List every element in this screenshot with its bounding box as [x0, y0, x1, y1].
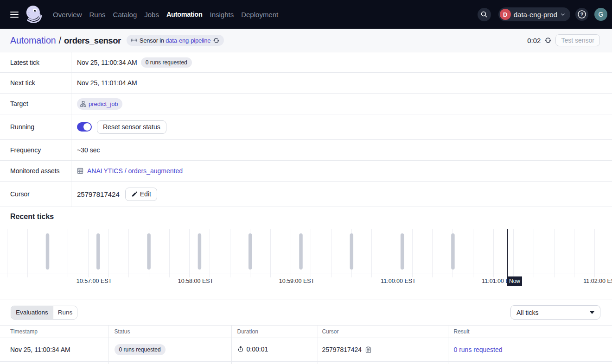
svg-text:Now: Now: [509, 278, 520, 284]
svg-text:10:58:00 EST: 10:58:00 EST: [178, 278, 214, 284]
svg-text:10:59:00 EST: 10:59:00 EST: [279, 278, 315, 284]
svg-text:11:02:00 EST: 11:02:00 EST: [583, 278, 612, 284]
svg-text:11:00:00 EST: 11:00:00 EST: [381, 278, 416, 284]
svg-text:10:57:00 EST: 10:57:00 EST: [76, 278, 112, 284]
svg-text:?: ?: [580, 12, 584, 17]
